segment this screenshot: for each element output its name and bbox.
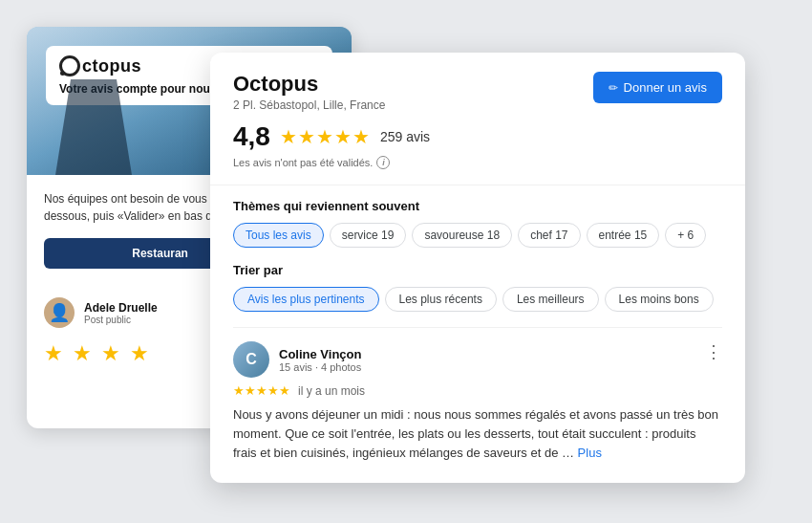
front-card-body: Thèmes qui reviennent souvent Tous les a… <box>210 185 745 463</box>
give-review-label: Donner un avis <box>624 80 707 95</box>
review-stars: ★★★★★ <box>233 383 290 398</box>
sort-most-recent[interactable]: Les plus récents <box>385 287 497 312</box>
info-icon[interactable]: i <box>376 156 390 169</box>
sort-worst[interactable]: Les moins bons <box>605 287 714 312</box>
tag-service[interactable]: service 19 <box>330 223 407 248</box>
more-options-icon[interactable]: ⋮ <box>705 341 722 362</box>
header-top: Octopus 2 Pl. Sébastopol, Lille, France … <box>233 72 722 112</box>
restaurant-info: Octopus 2 Pl. Sébastopol, Lille, France <box>233 72 385 112</box>
rating-row: 4,8 ★★★★★ 259 avis <box>233 121 722 152</box>
review-time: il y a un mois <box>298 384 365 398</box>
sort-row: Avis les plus pertinents Les plus récent… <box>233 287 722 312</box>
reviewer-details: Coline Vinçon 15 avis · 4 photos <box>279 347 361 373</box>
tag-more[interactable]: + 6 <box>665 223 706 248</box>
review-count: 259 avis <box>380 129 430 144</box>
reviewer-stats: 15 avis · 4 photos <box>279 361 361 373</box>
tag-chef[interactable]: chef 17 <box>518 223 580 248</box>
front-card: Octopus 2 Pl. Sébastopol, Lille, France … <box>210 53 745 483</box>
review-stars-row: ★★★★★ il y a un mois <box>233 383 722 398</box>
review-text: Nous y avons déjeuner un midi : nous nou… <box>233 405 722 463</box>
rating-note-text: Les avis n'ont pas été validés. <box>233 157 373 168</box>
reviewer-avatar: C <box>233 341 269 378</box>
user-info: Adele Druelle Post public <box>84 301 158 325</box>
octopus-o-letter <box>59 55 80 76</box>
give-review-button[interactable]: ✏ Donner un avis <box>593 72 722 103</box>
tag-savoureuse[interactable]: savoureuse 18 <box>412 223 512 248</box>
restaurant-name: Octopus <box>233 72 385 97</box>
user-name: Adele Druelle <box>84 301 158 315</box>
logo-text: ctopus <box>82 56 141 76</box>
review-card: C Coline Vinçon 15 avis · 4 photos ⋮ ★★★… <box>233 327 722 463</box>
sort-most-relevant[interactable]: Avis les plus pertinents <box>233 287 379 312</box>
read-more-link[interactable]: Plus <box>578 446 602 460</box>
reviewer-name: Coline Vinçon <box>279 347 361 361</box>
review-header: C Coline Vinçon 15 avis · 4 photos ⋮ <box>233 341 722 378</box>
sort-title: Trier par <box>233 263 722 277</box>
pencil-icon: ✏ <box>609 81 618 95</box>
tags-row: Tous les avis service 19 savoureuse 18 c… <box>233 223 722 248</box>
sort-best[interactable]: Les meilleurs <box>502 287 599 312</box>
user-type: Post public <box>84 315 158 325</box>
rating-number: 4,8 <box>233 121 270 152</box>
themes-title: Thèmes qui reviennent souvent <box>233 199 722 213</box>
tag-entree[interactable]: entrée 15 <box>587 223 660 248</box>
review-text-content: Nous y avons déjeuner un midi : nous nou… <box>233 407 718 460</box>
front-card-header: Octopus 2 Pl. Sébastopol, Lille, France … <box>210 53 745 185</box>
tag-all-reviews[interactable]: Tous les avis <box>233 223 324 248</box>
reviewer-info: C Coline Vinçon 15 avis · 4 photos <box>233 341 361 378</box>
restaurant-address: 2 Pl. Sébastopol, Lille, France <box>233 98 385 112</box>
rating-note: Les avis n'ont pas été validés. i <box>233 156 722 169</box>
rating-stars: ★★★★★ <box>280 125 371 148</box>
user-avatar <box>44 297 75 328</box>
